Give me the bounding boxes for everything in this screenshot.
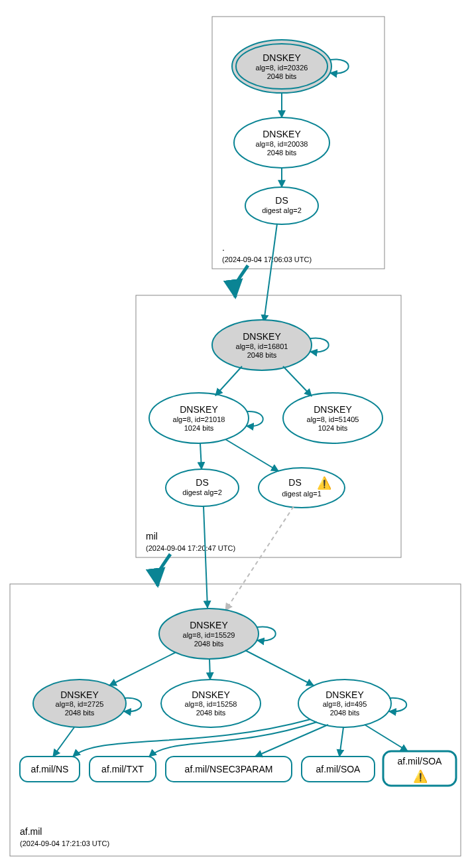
af-k4-title: DNSKEY — [325, 689, 364, 700]
rr-soa1-label: af.mil/SOA — [316, 764, 361, 774]
node-mil-ksk: DNSKEY alg=8, id=16801 2048 bits — [212, 320, 312, 370]
zone-root-label: . — [222, 242, 225, 253]
mil-zsk1-l1: alg=8, id=21018 — [173, 415, 225, 423]
root-ksk-l1: alg=8, id=20326 — [256, 64, 308, 72]
svg-point-8 — [259, 468, 345, 508]
node-af-k4: DNSKEY alg=8, id=495 2048 bits — [298, 680, 391, 727]
mil-ds1-title: DS — [196, 477, 208, 488]
node-mil-zsk2: DNSKEY alg=8, id=51405 1024 bits — [283, 393, 383, 443]
edge-k2-ns — [53, 727, 74, 757]
node-rr-txt: af.mil/TXT — [89, 757, 156, 782]
edge-k4-soa2 — [365, 725, 408, 751]
node-root-zsk: DNSKEY alg=8, id=20038 2048 bits — [234, 117, 329, 168]
rr-nsec-label: af.mil/NSEC3PARAM — [185, 764, 273, 774]
root-zsk-l2: 2048 bits — [267, 149, 297, 157]
mil-zsk2-title: DNSKEY — [314, 404, 352, 415]
zone-root-timestamp: (2024-09-04 17:06:03 UTC) — [222, 255, 312, 263]
mil-ds2-title: DS — [288, 477, 301, 488]
edge-af-ksk-self — [257, 626, 276, 640]
zone-mil-label: mil — [146, 531, 158, 542]
mil-ksk-l1: alg=8, id=16801 — [236, 342, 288, 350]
mil-zsk1-l2: 1024 bits — [184, 424, 214, 432]
af-k3-l1: alg=8, id=15258 — [185, 700, 237, 708]
node-rr-nsec: af.mil/NSEC3PARAM — [166, 757, 292, 782]
node-root-ksk: DNSKEY alg=8, id=20326 2048 bits — [232, 40, 331, 93]
af-ksk-l1: alg=8, id=15529 — [183, 631, 235, 639]
node-root-ds: DS digest alg=2 — [245, 187, 318, 224]
root-ds-l1: digest alg=2 — [262, 206, 302, 214]
edge-mil-ksk-self — [310, 338, 329, 352]
root-zsk-title: DNSKEY — [263, 129, 301, 139]
edge-milds2-afksk-dashed — [225, 506, 294, 611]
root-zsk-l1: alg=8, id=20038 — [256, 140, 308, 148]
mil-zsk2-l2: 1024 bits — [318, 424, 348, 432]
zone-afmil-timestamp: (2024-09-04 17:21:03 UTC) — [20, 839, 109, 847]
zone-mil-timestamp: (2024-09-04 17:20:47 UTC) — [146, 544, 235, 552]
rr-txt-label: af.mil/TXT — [101, 764, 144, 774]
edge-root-ksk-self — [330, 59, 349, 73]
warning-icon: ⚠️ — [413, 769, 428, 784]
svg-point-7 — [166, 469, 239, 506]
node-rr-soa2: af.mil/SOA ⚠️ — [383, 751, 456, 786]
node-rr-soa1: af.mil/SOA — [302, 757, 375, 782]
edge-af-k4-self — [389, 698, 406, 711]
node-af-k2: DNSKEY alg=8, id=2725 2048 bits — [33, 680, 126, 727]
mil-zsk2-l1: alg=8, id=51405 — [307, 415, 359, 423]
af-k2-l2: 2048 bits — [65, 709, 95, 717]
mil-ds1-l1: digest alg=2 — [182, 488, 222, 496]
node-mil-zsk1: DNSKEY alg=8, id=21018 1024 bits — [149, 393, 249, 443]
root-ds-title: DS — [275, 195, 288, 206]
edge-rootds-milksk — [264, 224, 277, 322]
edge-milksk-zsk2 — [283, 366, 312, 396]
zone-afmil-label: af.mil — [20, 826, 42, 837]
edge-k4-soa1 — [339, 727, 343, 757]
edge-afksk-k2 — [109, 652, 176, 686]
mil-ds2-l1: digest alg=1 — [282, 490, 322, 498]
af-ksk-title: DNSKEY — [190, 620, 228, 630]
node-af-ksk: DNSKEY alg=8, id=15529 2048 bits — [159, 609, 259, 659]
edge-afksk-k3 — [209, 659, 210, 680]
af-k4-l1: alg=8, id=495 — [323, 700, 367, 708]
edge-zsk1-ds2 — [225, 439, 278, 471]
af-ksk-l2: 2048 bits — [194, 640, 224, 648]
af-k3-title: DNSKEY — [192, 689, 230, 700]
root-ksk-title: DNSKEY — [263, 52, 301, 63]
warning-icon: ⚠️ — [317, 476, 332, 490]
edge-root-to-mil-bold — [234, 265, 248, 297]
af-k2-l1: alg=8, id=2725 — [56, 700, 104, 708]
af-k3-l2: 2048 bits — [196, 709, 226, 717]
rr-soa2-label: af.mil/SOA — [398, 756, 443, 766]
af-k4-l2: 2048 bits — [330, 709, 360, 717]
mil-zsk1-title: DNSKEY — [180, 404, 218, 415]
rr-ns-label: af.mil/NS — [31, 764, 69, 774]
edge-af-k2-self — [124, 698, 141, 711]
edge-milksk-zsk1 — [215, 366, 242, 396]
root-ksk-l2: 2048 bits — [267, 72, 297, 80]
node-mil-ds1: DS digest alg=2 — [166, 469, 239, 506]
mil-ksk-title: DNSKEY — [243, 331, 281, 342]
svg-point-3 — [245, 187, 318, 224]
edge-mil-to-afmil-bold — [156, 554, 170, 586]
edge-zsk1-ds1 — [200, 443, 202, 469]
node-af-k3: DNSKEY alg=8, id=15258 2048 bits — [161, 680, 261, 727]
node-mil-ds2: DS digest alg=1 ⚠️ — [259, 468, 345, 508]
node-rr-ns: af.mil/NS — [20, 757, 80, 782]
mil-ksk-l2: 2048 bits — [247, 351, 277, 359]
edge-afksk-k4 — [245, 650, 314, 686]
af-k2-title: DNSKEY — [60, 689, 99, 700]
